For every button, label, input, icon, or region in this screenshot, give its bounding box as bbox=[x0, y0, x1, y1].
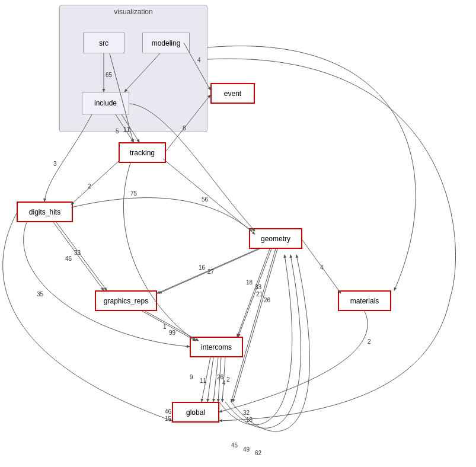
svg-text:33: 33 bbox=[255, 284, 262, 290]
svg-line-47 bbox=[222, 357, 225, 402]
node-intercoms: intercoms bbox=[190, 337, 243, 357]
svg-line-28 bbox=[238, 249, 271, 337]
svg-line-20 bbox=[157, 249, 258, 293]
svg-text:9: 9 bbox=[190, 374, 193, 380]
svg-line-39 bbox=[202, 357, 210, 402]
node-event: event bbox=[210, 83, 255, 104]
svg-line-18 bbox=[56, 222, 107, 290]
svg-text:75: 75 bbox=[130, 190, 138, 197]
node-geometry: geometry bbox=[249, 228, 302, 249]
node-materials: materials bbox=[338, 290, 391, 311]
cluster-label: visualization bbox=[114, 8, 152, 16]
svg-text:4: 4 bbox=[320, 264, 324, 271]
node-include: include bbox=[82, 92, 129, 114]
svg-text:4: 4 bbox=[222, 380, 226, 386]
svg-text:49: 49 bbox=[243, 446, 250, 453]
svg-text:3: 3 bbox=[53, 161, 57, 167]
svg-line-34 bbox=[142, 311, 196, 341]
svg-line-26 bbox=[237, 249, 270, 337]
svg-line-32 bbox=[233, 249, 277, 402]
svg-text:26: 26 bbox=[217, 374, 224, 380]
svg-text:27: 27 bbox=[207, 268, 215, 275]
svg-line-22 bbox=[159, 249, 260, 293]
svg-text:99: 99 bbox=[169, 330, 176, 336]
diagram-container: visualization src modeling include event… bbox=[0, 0, 476, 467]
node-src: src bbox=[83, 33, 124, 53]
svg-text:35: 35 bbox=[37, 291, 44, 298]
svg-text:45: 45 bbox=[231, 442, 238, 449]
svg-text:62: 62 bbox=[255, 450, 262, 456]
svg-text:46: 46 bbox=[65, 255, 72, 262]
svg-text:46: 46 bbox=[165, 408, 172, 415]
svg-text:18: 18 bbox=[246, 417, 253, 423]
svg-line-41 bbox=[207, 357, 213, 402]
svg-line-16 bbox=[53, 222, 104, 290]
svg-line-24 bbox=[302, 240, 341, 293]
svg-text:33: 33 bbox=[74, 250, 81, 256]
svg-text:16: 16 bbox=[199, 264, 206, 271]
svg-text:11: 11 bbox=[200, 378, 207, 384]
svg-text:2: 2 bbox=[226, 376, 230, 383]
svg-line-12 bbox=[71, 161, 119, 204]
svg-text:21: 21 bbox=[256, 291, 263, 298]
svg-line-45 bbox=[218, 357, 221, 402]
svg-text:1: 1 bbox=[163, 324, 167, 330]
svg-text:56: 56 bbox=[202, 196, 209, 203]
node-tracking: tracking bbox=[119, 142, 166, 163]
svg-line-14 bbox=[163, 159, 255, 234]
svg-text:2: 2 bbox=[88, 183, 91, 190]
node-graphics-reps: graphics_reps bbox=[95, 290, 157, 311]
svg-text:18: 18 bbox=[246, 279, 253, 286]
svg-text:2: 2 bbox=[368, 338, 371, 345]
svg-line-30 bbox=[231, 249, 276, 402]
svg-text:15: 15 bbox=[165, 415, 172, 422]
node-modeling: modeling bbox=[142, 33, 190, 53]
node-global: global bbox=[172, 402, 219, 423]
svg-text:26: 26 bbox=[264, 297, 271, 303]
node-digits-hits: digits_hits bbox=[17, 201, 73, 222]
svg-line-43 bbox=[213, 357, 218, 402]
svg-text:32: 32 bbox=[243, 410, 250, 416]
